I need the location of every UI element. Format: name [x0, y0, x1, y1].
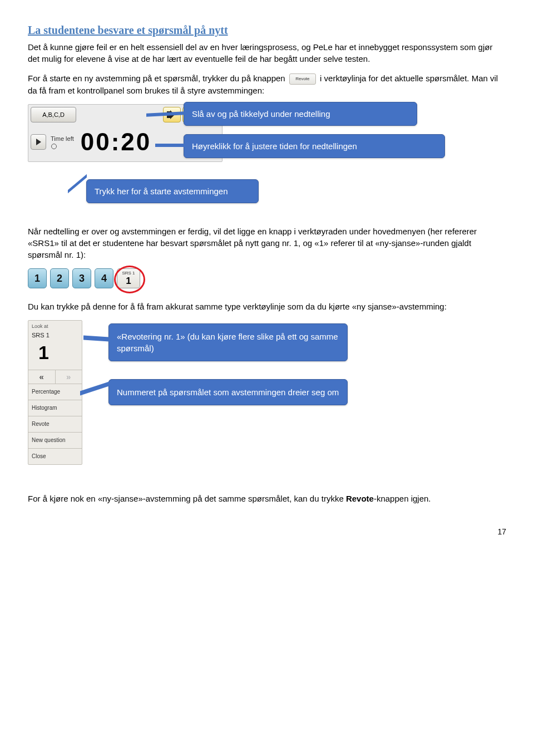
- section-heading: La studentene besvare et spørsmål på nyt…: [28, 22, 506, 38]
- srs-number: 1: [117, 274, 140, 288]
- countdown-timer: 00:20: [81, 125, 152, 159]
- histogram-button[interactable]: Histogram: [28, 400, 82, 416]
- final-paragraph: For å kjøre nok en «ny-sjanse»-avstemmin…: [28, 493, 506, 504]
- lookat-header: Look at: [28, 321, 82, 331]
- start-vote-paragraph: For å starte en ny avstemming på et spør…: [28, 72, 506, 96]
- page-number: 17: [28, 527, 506, 538]
- srs-result-button[interactable]: SRS 1 1: [117, 268, 140, 288]
- prev-question-button[interactable]: «: [28, 370, 56, 384]
- question-button-4[interactable]: 4: [95, 268, 113, 288]
- close-button[interactable]: Close: [28, 448, 82, 464]
- open-panel-paragraph: Du kan trykke på denne for å få fram akk…: [28, 301, 506, 312]
- lookat-srs-label: SRS 1: [28, 331, 82, 340]
- answer-mode-button[interactable]: A,B,C,D: [31, 107, 76, 122]
- after-vote-paragraph: Når nedtelling er over og avstemmingen e…: [28, 225, 506, 261]
- callout-start-vote: Trykk her for å starte avstemmingen: [86, 179, 259, 203]
- lookat-question-number: 1: [28, 340, 82, 370]
- callout-timer-adjust: Høyreklikk for å justere tiden for nedte…: [184, 134, 445, 158]
- text-span: For å starte en ny avstemming på et spør…: [28, 73, 288, 83]
- revote-button[interactable]: Revote: [28, 416, 82, 432]
- percentage-button[interactable]: Percentage: [28, 384, 82, 400]
- question-button-2[interactable]: 2: [50, 268, 69, 288]
- next-question-button[interactable]: »: [56, 370, 82, 384]
- control-panel-figure: A,B,C,D Time left 00:20 Slå av og på tik…: [28, 104, 506, 221]
- start-vote-button[interactable]: [31, 134, 46, 150]
- question-button-1[interactable]: 1: [28, 268, 47, 288]
- revote-inline-button[interactable]: Revote: [289, 73, 316, 85]
- callout-revote-number: «Revotering nr. 1» (du kan kjøre flere s…: [108, 323, 348, 361]
- callout-question-number: Nummeret på spørsmålet som avstemmingen …: [108, 379, 348, 405]
- text-span: -knappen igjen.: [374, 494, 431, 503]
- question-button-3[interactable]: 3: [72, 268, 91, 288]
- new-question-button[interactable]: New question: [28, 432, 82, 448]
- question-number-toolbar: 1 2 3 4 SRS 1 1: [28, 268, 506, 288]
- lookat-panel: Look at SRS 1 1 « » Percentage Histogram…: [28, 320, 82, 465]
- time-left-label: Time left: [51, 135, 74, 143]
- text-span: For å kjøre nok en «ny-sjanse»-avstemmin…: [28, 494, 346, 503]
- callout-sound: Slå av og på tikkelyd under nedtelling: [184, 102, 417, 126]
- intro-paragraph: Det å kunne gjøre feil er en helt essens…: [28, 41, 506, 65]
- revote-bold: Revote: [346, 494, 374, 503]
- lookat-figure: Look at SRS 1 1 « » Percentage Histogram…: [28, 320, 506, 487]
